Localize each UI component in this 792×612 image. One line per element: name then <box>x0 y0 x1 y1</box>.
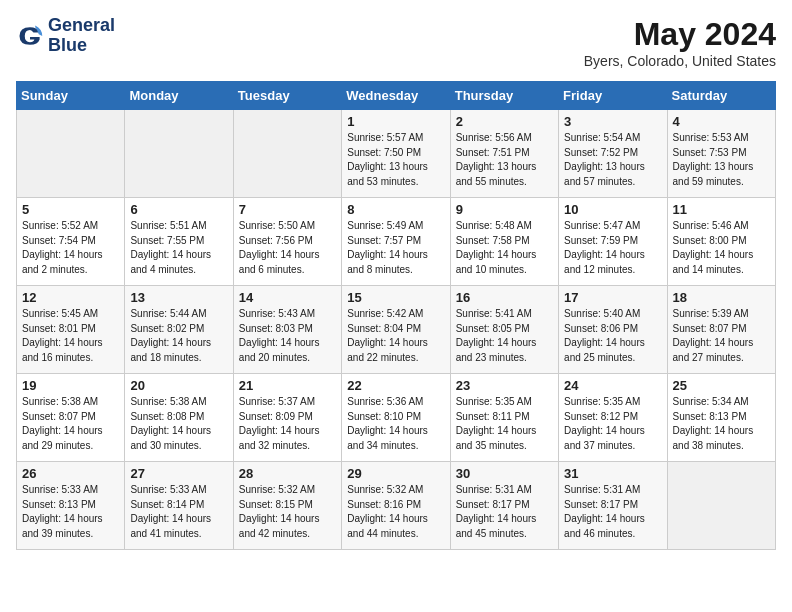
day-number: 9 <box>456 202 553 217</box>
day-number: 5 <box>22 202 119 217</box>
day-info: Sunrise: 5:54 AMSunset: 7:52 PMDaylight:… <box>564 131 661 189</box>
day-info: Sunrise: 5:38 AMSunset: 8:08 PMDaylight:… <box>130 395 227 453</box>
page-header: General Blue May 2024 Byers, Colorado, U… <box>16 16 776 69</box>
day-number: 2 <box>456 114 553 129</box>
day-number: 15 <box>347 290 444 305</box>
day-number: 30 <box>456 466 553 481</box>
column-header-wednesday: Wednesday <box>342 82 450 110</box>
calendar-cell: 20Sunrise: 5:38 AMSunset: 8:08 PMDayligh… <box>125 374 233 462</box>
calendar-header-row: SundayMondayTuesdayWednesdayThursdayFrid… <box>17 82 776 110</box>
day-info: Sunrise: 5:47 AMSunset: 7:59 PMDaylight:… <box>564 219 661 277</box>
calendar-cell: 24Sunrise: 5:35 AMSunset: 8:12 PMDayligh… <box>559 374 667 462</box>
calendar-cell: 21Sunrise: 5:37 AMSunset: 8:09 PMDayligh… <box>233 374 341 462</box>
day-info: Sunrise: 5:38 AMSunset: 8:07 PMDaylight:… <box>22 395 119 453</box>
day-info: Sunrise: 5:50 AMSunset: 7:56 PMDaylight:… <box>239 219 336 277</box>
calendar-cell: 30Sunrise: 5:31 AMSunset: 8:17 PMDayligh… <box>450 462 558 550</box>
calendar-cell: 19Sunrise: 5:38 AMSunset: 8:07 PMDayligh… <box>17 374 125 462</box>
calendar-cell: 1Sunrise: 5:57 AMSunset: 7:50 PMDaylight… <box>342 110 450 198</box>
day-info: Sunrise: 5:52 AMSunset: 7:54 PMDaylight:… <box>22 219 119 277</box>
day-info: Sunrise: 5:33 AMSunset: 8:13 PMDaylight:… <box>22 483 119 541</box>
day-number: 31 <box>564 466 661 481</box>
day-number: 10 <box>564 202 661 217</box>
day-number: 18 <box>673 290 770 305</box>
calendar-cell <box>667 462 775 550</box>
calendar-cell: 9Sunrise: 5:48 AMSunset: 7:58 PMDaylight… <box>450 198 558 286</box>
column-header-thursday: Thursday <box>450 82 558 110</box>
day-number: 19 <box>22 378 119 393</box>
day-number: 27 <box>130 466 227 481</box>
day-info: Sunrise: 5:31 AMSunset: 8:17 PMDaylight:… <box>564 483 661 541</box>
day-number: 22 <box>347 378 444 393</box>
day-info: Sunrise: 5:35 AMSunset: 8:12 PMDaylight:… <box>564 395 661 453</box>
calendar-cell: 8Sunrise: 5:49 AMSunset: 7:57 PMDaylight… <box>342 198 450 286</box>
day-info: Sunrise: 5:41 AMSunset: 8:05 PMDaylight:… <box>456 307 553 365</box>
day-info: Sunrise: 5:33 AMSunset: 8:14 PMDaylight:… <box>130 483 227 541</box>
day-info: Sunrise: 5:56 AMSunset: 7:51 PMDaylight:… <box>456 131 553 189</box>
day-info: Sunrise: 5:36 AMSunset: 8:10 PMDaylight:… <box>347 395 444 453</box>
day-info: Sunrise: 5:57 AMSunset: 7:50 PMDaylight:… <box>347 131 444 189</box>
day-number: 4 <box>673 114 770 129</box>
day-number: 3 <box>564 114 661 129</box>
day-info: Sunrise: 5:43 AMSunset: 8:03 PMDaylight:… <box>239 307 336 365</box>
title-block: May 2024 Byers, Colorado, United States <box>584 16 776 69</box>
month-year: May 2024 <box>584 16 776 53</box>
logo: General Blue <box>16 16 115 56</box>
column-header-saturday: Saturday <box>667 82 775 110</box>
calendar-cell: 15Sunrise: 5:42 AMSunset: 8:04 PMDayligh… <box>342 286 450 374</box>
day-info: Sunrise: 5:53 AMSunset: 7:53 PMDaylight:… <box>673 131 770 189</box>
location: Byers, Colorado, United States <box>584 53 776 69</box>
column-header-sunday: Sunday <box>17 82 125 110</box>
day-info: Sunrise: 5:37 AMSunset: 8:09 PMDaylight:… <box>239 395 336 453</box>
day-number: 20 <box>130 378 227 393</box>
day-number: 17 <box>564 290 661 305</box>
calendar-cell: 25Sunrise: 5:34 AMSunset: 8:13 PMDayligh… <box>667 374 775 462</box>
calendar-cell: 13Sunrise: 5:44 AMSunset: 8:02 PMDayligh… <box>125 286 233 374</box>
calendar-week-2: 5Sunrise: 5:52 AMSunset: 7:54 PMDaylight… <box>17 198 776 286</box>
calendar-body: 1Sunrise: 5:57 AMSunset: 7:50 PMDaylight… <box>17 110 776 550</box>
calendar-cell: 17Sunrise: 5:40 AMSunset: 8:06 PMDayligh… <box>559 286 667 374</box>
day-number: 6 <box>130 202 227 217</box>
calendar-cell: 12Sunrise: 5:45 AMSunset: 8:01 PMDayligh… <box>17 286 125 374</box>
day-info: Sunrise: 5:46 AMSunset: 8:00 PMDaylight:… <box>673 219 770 277</box>
calendar-cell: 7Sunrise: 5:50 AMSunset: 7:56 PMDaylight… <box>233 198 341 286</box>
calendar-cell: 27Sunrise: 5:33 AMSunset: 8:14 PMDayligh… <box>125 462 233 550</box>
column-header-friday: Friday <box>559 82 667 110</box>
calendar-cell: 3Sunrise: 5:54 AMSunset: 7:52 PMDaylight… <box>559 110 667 198</box>
day-number: 16 <box>456 290 553 305</box>
calendar-week-1: 1Sunrise: 5:57 AMSunset: 7:50 PMDaylight… <box>17 110 776 198</box>
day-number: 1 <box>347 114 444 129</box>
day-number: 24 <box>564 378 661 393</box>
day-number: 12 <box>22 290 119 305</box>
calendar-cell: 29Sunrise: 5:32 AMSunset: 8:16 PMDayligh… <box>342 462 450 550</box>
day-info: Sunrise: 5:32 AMSunset: 8:15 PMDaylight:… <box>239 483 336 541</box>
calendar-cell: 6Sunrise: 5:51 AMSunset: 7:55 PMDaylight… <box>125 198 233 286</box>
day-info: Sunrise: 5:31 AMSunset: 8:17 PMDaylight:… <box>456 483 553 541</box>
day-number: 8 <box>347 202 444 217</box>
calendar-cell: 31Sunrise: 5:31 AMSunset: 8:17 PMDayligh… <box>559 462 667 550</box>
day-info: Sunrise: 5:49 AMSunset: 7:57 PMDaylight:… <box>347 219 444 277</box>
column-header-tuesday: Tuesday <box>233 82 341 110</box>
calendar-table: SundayMondayTuesdayWednesdayThursdayFrid… <box>16 81 776 550</box>
day-number: 28 <box>239 466 336 481</box>
calendar-cell: 14Sunrise: 5:43 AMSunset: 8:03 PMDayligh… <box>233 286 341 374</box>
day-number: 25 <box>673 378 770 393</box>
day-info: Sunrise: 5:35 AMSunset: 8:11 PMDaylight:… <box>456 395 553 453</box>
calendar-cell <box>233 110 341 198</box>
day-info: Sunrise: 5:44 AMSunset: 8:02 PMDaylight:… <box>130 307 227 365</box>
calendar-cell: 23Sunrise: 5:35 AMSunset: 8:11 PMDayligh… <box>450 374 558 462</box>
calendar-cell: 18Sunrise: 5:39 AMSunset: 8:07 PMDayligh… <box>667 286 775 374</box>
day-info: Sunrise: 5:48 AMSunset: 7:58 PMDaylight:… <box>456 219 553 277</box>
calendar-cell: 5Sunrise: 5:52 AMSunset: 7:54 PMDaylight… <box>17 198 125 286</box>
day-info: Sunrise: 5:51 AMSunset: 7:55 PMDaylight:… <box>130 219 227 277</box>
day-number: 23 <box>456 378 553 393</box>
day-number: 14 <box>239 290 336 305</box>
calendar-week-5: 26Sunrise: 5:33 AMSunset: 8:13 PMDayligh… <box>17 462 776 550</box>
calendar-cell <box>17 110 125 198</box>
calendar-cell: 22Sunrise: 5:36 AMSunset: 8:10 PMDayligh… <box>342 374 450 462</box>
calendar-cell: 11Sunrise: 5:46 AMSunset: 8:00 PMDayligh… <box>667 198 775 286</box>
calendar-week-4: 19Sunrise: 5:38 AMSunset: 8:07 PMDayligh… <box>17 374 776 462</box>
day-info: Sunrise: 5:32 AMSunset: 8:16 PMDaylight:… <box>347 483 444 541</box>
calendar-cell: 28Sunrise: 5:32 AMSunset: 8:15 PMDayligh… <box>233 462 341 550</box>
day-number: 26 <box>22 466 119 481</box>
day-info: Sunrise: 5:39 AMSunset: 8:07 PMDaylight:… <box>673 307 770 365</box>
